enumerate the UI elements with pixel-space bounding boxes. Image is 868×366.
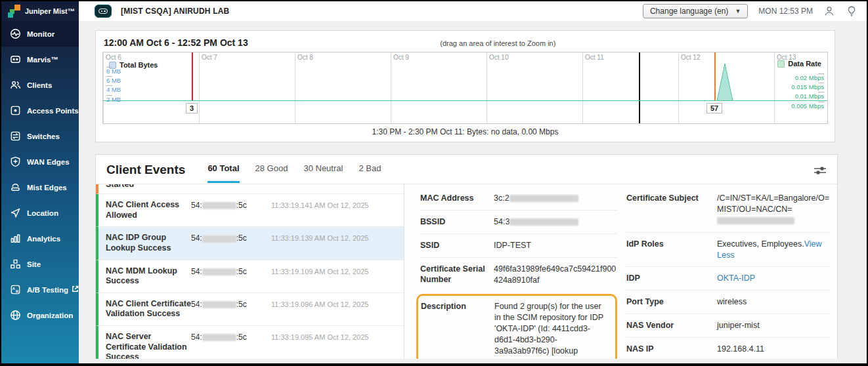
juniper-mist-logo[interactable]: Juniper Mist™ (1, 1, 79, 21)
redacted-mac-segment (202, 268, 236, 275)
chart-day-column: Oct 8 (295, 52, 391, 123)
tab-neutral[interactable]: 30 Neutral (303, 163, 343, 181)
sidebar-item-access-points[interactable]: Access Points (1, 98, 79, 123)
timeline-chart[interactable]: Total Bytes 8 MB6 MB4 MB2 MB Data Rate 0… (102, 52, 828, 124)
redacted-mac-segment (202, 301, 236, 308)
redacted-mac-segment (202, 202, 236, 209)
detail-value: 54:3 (494, 216, 617, 228)
detail-value: IDP-TEST (494, 240, 617, 251)
chart-day-label: Oct 6 (106, 54, 121, 61)
ab-testing-icon: AB (10, 284, 21, 295)
svg-text:A: A (12, 287, 15, 291)
detail-label: IdP Roles (626, 239, 717, 261)
detail-label: MAC Address (420, 193, 494, 204)
sidebar-item-marvis[interactable]: Marvis™ (1, 47, 79, 72)
event-timestamp: 11:33:19.141 AM Oct 12, 2025 (271, 200, 399, 220)
client-events-header: Client Events 60 Total 28 Good 30 Neutra… (96, 155, 837, 184)
event-client-mac: 54::5c (191, 299, 271, 319)
sidebar-item-monitor[interactable]: Monitor (1, 21, 79, 47)
sidebar-item-site[interactable]: Site (1, 251, 79, 277)
sidebar-item-label: Location (27, 209, 58, 217)
sidebar-item-organization[interactable]: Organization (1, 302, 79, 328)
sidebar-item-location[interactable]: Location (1, 200, 79, 226)
marvis-icon (10, 54, 21, 65)
site-icon (10, 258, 21, 270)
sidebar-item-label: Access Points (27, 107, 79, 115)
event-marker-line-orange (714, 52, 716, 100)
right-axis-ticks: 0.02 Mbps0.015 Mbps0.01 Mbps0.005 Mbps (791, 73, 824, 111)
axis-tick-label: 2 MB (106, 95, 121, 104)
detail-label: Certificate Subject (626, 193, 717, 226)
event-row[interactable]: NAC MDM Lookup Success 54::5c 11:33:19.1… (96, 260, 404, 293)
sidebar-item-switches[interactable]: Switches (1, 123, 79, 149)
event-client-mac (191, 184, 271, 185)
event-row[interactable]: NAC Client Access Allowed 54::5c 11:33:1… (96, 194, 404, 227)
event-timestamp: 11:33:19.139 AM Oct 12, 2025 (271, 233, 399, 253)
detail-label: Certificate Serial Number (420, 264, 494, 286)
user-account-icon[interactable] (823, 5, 835, 17)
data-rate-swatch-icon (777, 60, 785, 68)
idp-link[interactable]: OKTA-IDP (717, 274, 755, 283)
axis-tick-label: 0.015 Mbps (791, 83, 824, 92)
detail-label: NAS Vendor (626, 320, 717, 331)
client-events-card: Client Events 60 Total 28 Good 30 Neutra… (95, 154, 838, 359)
sidebar-item-mist-edges[interactable]: Mist Edges (1, 174, 79, 200)
sidebar-item-wan-edges[interactable]: WAN Edges (1, 149, 79, 174)
event-row[interactable]: NAC Client Certificate Validation Succes… (96, 293, 404, 326)
header-main: [MIST CSQA] ANIRUDH LAB Change language … (79, 1, 867, 21)
event-list: Started NAC Client Access Allowed 54::5c… (96, 184, 404, 359)
caret-down-icon: ▼ (735, 8, 741, 14)
event-count-badge[interactable]: 57 (706, 103, 722, 113)
sidebar-item-label: Monitor (27, 30, 54, 38)
chart-day-label: Oct 8 (297, 54, 313, 61)
chart-time-range-title: 12:00 AM Oct 6 - 12:52 PM Oct 13 (104, 37, 248, 48)
sidebar-item-label: WAN Edges (27, 158, 70, 166)
event-client-mac: 54::5c (191, 266, 271, 287)
detail-value: wireless (717, 296, 831, 308)
event-row[interactable]: NAC Server Certificate Validation Succes… (96, 326, 404, 359)
tab-total[interactable]: 60 Total (207, 163, 239, 183)
detail-value: 192.168.4.11 (717, 344, 831, 355)
event-row[interactable]: NAC IDP Group Lookup Success 54::5c 11:3… (96, 227, 404, 260)
filter-settings-icon[interactable] (814, 165, 827, 176)
juniper-logo-icon (8, 5, 21, 18)
tab-bad[interactable]: 2 Bad (358, 163, 381, 181)
event-row[interactable]: Started (96, 184, 404, 194)
sidebar-item-label: Site (27, 260, 41, 268)
sidebar-item-analytics[interactable]: Analytics (1, 226, 79, 251)
sidebar-item-clients[interactable]: Clients (1, 72, 79, 98)
chart-day-label: Oct 7 (202, 54, 217, 61)
data-rate-spike (715, 64, 735, 101)
detail-row-ssid: SSID IDP-TEST (420, 234, 617, 258)
detail-value: OKTA-IDP (717, 273, 831, 284)
event-title: NAC Client Access Allowed (106, 200, 191, 220)
sidebar-item-label: Analytics (27, 235, 60, 243)
sidebar-item-label: Organization (27, 312, 73, 319)
sidebar-item-ab-testing[interactable]: AB A/B Testing (1, 277, 79, 302)
detail-row-nas-ip: NAS IP 192.168.4.11 (626, 338, 831, 359)
event-title: NAC Client Certificate Validation Succes… (106, 299, 191, 319)
mist-edges-icon (10, 182, 21, 193)
event-client-mac: 54::5c (191, 332, 271, 359)
detail-label: BSSID (420, 216, 494, 228)
lightbulb-help-icon[interactable] (846, 5, 857, 17)
event-count-badge[interactable]: 3 (186, 103, 198, 113)
clock-text: MON 12:53 PM (758, 7, 813, 16)
chart-day-column: Oct 11 (582, 52, 678, 123)
tab-good[interactable]: 28 Good (255, 163, 288, 181)
chart-day-label: Oct 12 (681, 54, 700, 61)
chart-day-label: Oct 10 (489, 54, 508, 61)
detail-label: Description (421, 301, 494, 359)
sidebar-item-label: A/B Testing (27, 285, 79, 294)
axis-tick-label: 8 MB (106, 67, 121, 76)
client-events-title: Client Events (106, 163, 185, 184)
logo-text: Juniper Mist™ (25, 7, 75, 15)
chart-day-label: Oct 11 (585, 54, 604, 61)
axis-tick-label: 0.005 Mbps (791, 102, 824, 111)
redacted-mac-segment (202, 235, 236, 243)
change-language-dropdown[interactable]: Change language (en) ▼ (643, 4, 748, 18)
marvis-robot-icon[interactable] (95, 5, 112, 18)
event-client-mac: 54::5c (191, 200, 271, 220)
clients-icon (10, 79, 21, 91)
detail-label: SSID (420, 240, 494, 251)
